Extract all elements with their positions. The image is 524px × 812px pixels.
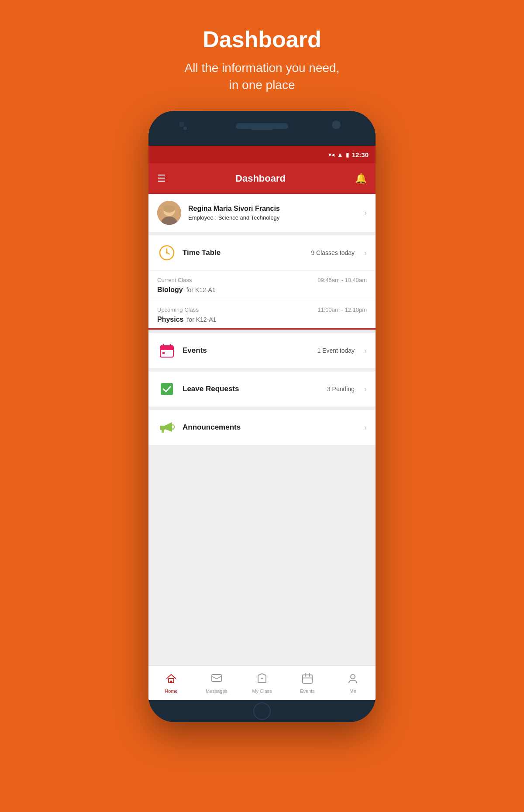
messages-icon bbox=[211, 673, 222, 687]
timetable-title: Time Table bbox=[183, 248, 305, 257]
events-section[interactable]: Events 1 Event today › bbox=[148, 333, 376, 368]
phone-speaker bbox=[236, 123, 288, 129]
timetable-chevron-icon: › bbox=[364, 248, 367, 258]
svg-rect-20 bbox=[170, 681, 172, 683]
nav-item-home[interactable]: Home bbox=[148, 673, 194, 694]
hamburger-icon[interactable]: ☰ bbox=[157, 173, 166, 184]
svg-rect-11 bbox=[160, 349, 173, 350]
timetable-badge: 9 Classes today bbox=[311, 249, 355, 256]
leave-requests-section[interactable]: Leave Requests 3 Pending › bbox=[148, 372, 376, 406]
svg-rect-25 bbox=[303, 675, 312, 678]
myclass-label: My Class bbox=[252, 688, 272, 694]
front-camera bbox=[179, 122, 184, 127]
svg-line-8 bbox=[167, 253, 169, 254]
leave-title: Leave Requests bbox=[183, 385, 321, 393]
app-bar-title: Dashboard bbox=[235, 173, 286, 184]
announcements-title: Announcements bbox=[183, 423, 348, 432]
battery-icon: ▮ bbox=[346, 151, 349, 158]
current-class-subject: Biology bbox=[157, 286, 183, 294]
svg-rect-16 bbox=[160, 426, 165, 430]
home-label: Home bbox=[165, 688, 177, 694]
wifi-icon: ▾◂ bbox=[328, 151, 334, 158]
announcements-header[interactable]: Announcements › bbox=[148, 410, 376, 445]
clock-icon bbox=[157, 243, 176, 262]
upcoming-class-name-row: Physics for K12-A1 bbox=[157, 316, 367, 323]
nav-item-me[interactable]: Me bbox=[330, 673, 376, 694]
svg-rect-17 bbox=[162, 430, 164, 433]
app-bar: ☰ Dashboard 🔔 bbox=[148, 163, 376, 194]
current-class-name-row: Biology for K12-A1 bbox=[157, 286, 367, 294]
nav-item-messages[interactable]: Messages bbox=[194, 673, 239, 694]
current-class-group: for K12-A1 bbox=[186, 286, 216, 293]
upcoming-class-detail: Upcoming Class 11:00am - 12.10pm Physics… bbox=[148, 300, 376, 330]
user-name: Regina Maria Sivori Francis bbox=[188, 205, 364, 213]
me-label: Me bbox=[349, 688, 356, 694]
svg-point-18 bbox=[172, 425, 174, 429]
page-subtitle: All the information you need, in one pla… bbox=[185, 59, 340, 93]
me-icon bbox=[347, 673, 359, 687]
current-class-label: Current Class bbox=[157, 277, 192, 283]
events-title: Events bbox=[183, 346, 311, 355]
current-class-time: 09:45am - 10.40am bbox=[317, 277, 367, 283]
announcements-chevron-icon: › bbox=[364, 423, 367, 432]
timetable-header[interactable]: Time Table 9 Classes today › bbox=[148, 235, 376, 270]
events-nav-icon bbox=[302, 673, 313, 687]
svg-line-23 bbox=[217, 676, 221, 679]
avatar bbox=[157, 201, 181, 225]
phone-shell: ▾◂ ▲ ▮ 12:30 ☰ Dashboard 🔔 bbox=[148, 111, 376, 722]
status-time: 12:30 bbox=[352, 151, 369, 158]
svg-rect-14 bbox=[162, 352, 165, 354]
leave-chevron-icon: › bbox=[364, 385, 367, 394]
notification-bell-icon[interactable]: 🔔 bbox=[355, 173, 367, 184]
events-header[interactable]: Events 1 Event today › bbox=[148, 333, 376, 368]
leave-badge: 3 Pending bbox=[327, 385, 355, 392]
status-bar: ▾◂ ▲ ▮ 12:30 bbox=[148, 146, 376, 163]
events-badge: 1 Event today bbox=[317, 347, 355, 354]
svg-line-22 bbox=[212, 676, 217, 679]
upcoming-class-subject: Physics bbox=[157, 316, 183, 323]
status-icons: ▾◂ ▲ ▮ 12:30 bbox=[328, 151, 369, 158]
page-header: Dashboard All the information you need, … bbox=[185, 0, 340, 111]
events-chevron-icon: › bbox=[364, 346, 367, 355]
myclass-icon bbox=[256, 673, 268, 687]
chevron-right-icon: › bbox=[364, 208, 367, 217]
svg-rect-15 bbox=[161, 383, 173, 395]
calendar-icon bbox=[157, 341, 176, 360]
avatar-image bbox=[157, 201, 181, 225]
svg-rect-21 bbox=[212, 674, 221, 681]
messages-label: Messages bbox=[206, 688, 228, 694]
page-title: Dashboard bbox=[185, 26, 340, 52]
svg-rect-24 bbox=[303, 675, 312, 683]
events-nav-label: Events bbox=[300, 688, 315, 694]
upcoming-class-header: Upcoming Class 11:00am - 12.10pm bbox=[157, 306, 367, 313]
user-role: Employee : Science and Technology bbox=[188, 214, 364, 221]
leave-header[interactable]: Leave Requests 3 Pending › bbox=[148, 372, 376, 406]
home-icon bbox=[165, 673, 177, 687]
nav-item-events[interactable]: Events bbox=[285, 673, 330, 694]
svg-point-4 bbox=[164, 205, 175, 213]
phone-bottom-bezel bbox=[148, 700, 376, 722]
timetable-section[interactable]: Time Table 9 Classes today › Current Cla… bbox=[148, 235, 376, 330]
user-info: Regina Maria Sivori Francis Employee : S… bbox=[188, 205, 364, 221]
current-class-detail: Current Class 09:45am - 10.40am Biology … bbox=[148, 270, 376, 300]
upcoming-class-time: 11:00am - 12.10pm bbox=[317, 306, 367, 313]
bottom-navigation: Home Messages bbox=[148, 665, 376, 700]
svg-point-28 bbox=[351, 674, 355, 679]
nav-item-myclass[interactable]: My Class bbox=[239, 673, 285, 694]
leave-icon bbox=[157, 379, 176, 399]
home-button[interactable] bbox=[253, 702, 271, 720]
upcoming-class-label: Upcoming Class bbox=[157, 306, 199, 313]
user-profile-card[interactable]: Regina Maria Sivori Francis Employee : S… bbox=[148, 194, 376, 232]
screen-content: Regina Maria Sivori Francis Employee : S… bbox=[148, 194, 376, 665]
announcements-section[interactable]: Announcements › bbox=[148, 410, 376, 445]
rear-camera-indicator bbox=[332, 120, 341, 129]
phone-screen: ▾◂ ▲ ▮ 12:30 ☰ Dashboard 🔔 bbox=[148, 146, 376, 700]
signal-icon: ▲ bbox=[337, 151, 343, 158]
upcoming-class-group: for K12-A1 bbox=[187, 316, 216, 323]
current-class-header: Current Class 09:45am - 10.40am bbox=[157, 277, 367, 283]
announce-icon bbox=[157, 418, 176, 437]
phone-top-bezel bbox=[148, 111, 376, 146]
